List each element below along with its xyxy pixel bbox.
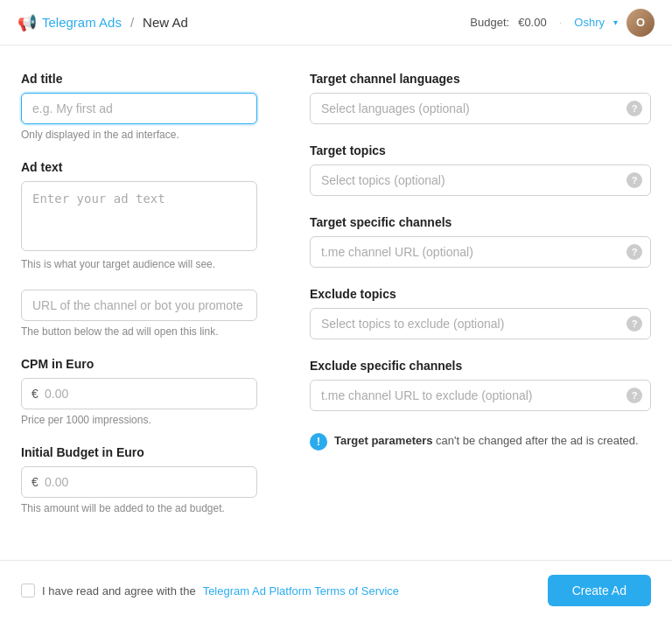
ad-title-label: Ad title <box>21 72 257 86</box>
header-right: Budget: €0.00 · Oshry ▾ O <box>470 9 654 37</box>
left-column: Ad title Only displayed in the ad interf… <box>21 72 292 534</box>
terms-checkbox[interactable] <box>21 584 35 598</box>
avatar[interactable]: O <box>626 9 654 37</box>
ad-text-hint: This is what your target audience will s… <box>21 258 257 270</box>
user-name[interactable]: Oshry <box>574 16 605 29</box>
url-group: The button below the ad will open this l… <box>21 290 257 338</box>
exclude-channels-input[interactable] <box>310 380 651 411</box>
ad-title-group: Ad title Only displayed in the ad interf… <box>21 72 257 141</box>
target-topics-group: Target topics ? <box>310 143 651 196</box>
target-channels-input[interactable] <box>310 236 651 268</box>
footer: I have read and agree with the Telegram … <box>0 560 672 620</box>
target-languages-label: Target channel languages <box>310 72 651 86</box>
target-topics-help-icon[interactable]: ? <box>626 172 642 188</box>
initial-budget-input[interactable] <box>21 466 257 498</box>
terms-prefix-text: I have read and agree with the <box>42 584 196 598</box>
exclude-topics-wrapper: ? <box>310 308 651 339</box>
url-hint: The button below the ad will open this l… <box>21 325 257 338</box>
ad-text-group: Ad text This is what your target audienc… <box>21 160 257 270</box>
target-channels-group: Target specific channels ? <box>310 215 651 268</box>
target-languages-wrapper: ? <box>310 93 651 124</box>
exclude-topics-group: Exclude topics ? <box>310 287 651 339</box>
exclude-channels-label: Exclude specific channels <box>310 359 651 373</box>
cpm-label: CPM in Euro <box>21 357 257 371</box>
breadcrumb-separator: / <box>130 15 134 30</box>
initial-budget-group: Initial Budget in Euro € This amount wil… <box>21 445 257 514</box>
initial-budget-input-wrapper: € <box>21 466 257 498</box>
ad-title-input[interactable] <box>21 93 257 124</box>
dot-separator: · <box>559 16 563 29</box>
breadcrumb-brand-link[interactable]: Telegram Ads <box>42 15 122 30</box>
ad-text-label: Ad text <box>21 160 257 174</box>
cpm-group: CPM in Euro € Price per 1000 impressions… <box>21 357 257 426</box>
exclude-topics-help-icon[interactable]: ? <box>626 316 642 332</box>
create-ad-button[interactable]: Create Ad <box>548 575 651 606</box>
main-content: Ad title Only displayed in the ad interf… <box>0 45 672 551</box>
breadcrumb: 📢 Telegram Ads / New Ad <box>18 13 188 32</box>
exclude-channels-wrapper: ? <box>310 380 651 411</box>
target-languages-group: Target channel languages ? <box>310 72 651 124</box>
exclude-topics-label: Exclude topics <box>310 287 651 301</box>
initial-budget-label: Initial Budget in Euro <box>21 445 257 459</box>
target-topics-input[interactable] <box>310 164 651 196</box>
cpm-input-wrapper: € <box>21 378 257 409</box>
ad-title-hint: Only displayed in the ad interface. <box>21 129 257 141</box>
cpm-hint: Price per 1000 impressions. <box>21 414 257 426</box>
info-icon: ! <box>310 433 327 451</box>
exclude-topics-input[interactable] <box>310 308 651 339</box>
exclude-channels-group: Exclude specific channels ? <box>310 359 651 411</box>
telegram-icon: 📢 <box>18 13 37 32</box>
terms-row: I have read and agree with the Telegram … <box>21 584 399 598</box>
budget-value: €0.00 <box>518 16 547 29</box>
target-languages-input[interactable] <box>310 93 651 124</box>
target-topics-wrapper: ? <box>310 164 651 196</box>
initial-budget-hint: This amount will be added to the ad budg… <box>21 502 257 514</box>
target-channels-label: Target specific channels <box>310 215 651 229</box>
terms-link[interactable]: Telegram Ad Platform Terms of Service <box>203 584 399 598</box>
target-channels-wrapper: ? <box>310 236 651 268</box>
info-text: Target parameters can't be changed after… <box>334 432 639 450</box>
info-suffix-text: can't be changed after the ad is created… <box>432 434 638 447</box>
right-column: Target channel languages ? Target topics… <box>292 72 651 534</box>
chevron-down-icon[interactable]: ▾ <box>613 17 618 27</box>
info-bold-text: Target parameters <box>334 434 432 447</box>
cpm-input[interactable] <box>21 378 257 409</box>
target-languages-help-icon[interactable]: ? <box>626 101 642 116</box>
target-topics-label: Target topics <box>310 143 651 157</box>
header: 📢 Telegram Ads / New Ad Budget: €0.00 · … <box>0 0 672 45</box>
exclude-channels-help-icon[interactable]: ? <box>626 388 642 403</box>
budget-label: Budget: <box>470 16 509 29</box>
url-input[interactable] <box>21 290 257 321</box>
info-box: ! Target parameters can't be changed aft… <box>310 430 651 452</box>
target-channels-help-icon[interactable]: ? <box>626 244 642 260</box>
breadcrumb-current-page: New Ad <box>143 15 188 30</box>
ad-text-input[interactable] <box>21 181 257 251</box>
